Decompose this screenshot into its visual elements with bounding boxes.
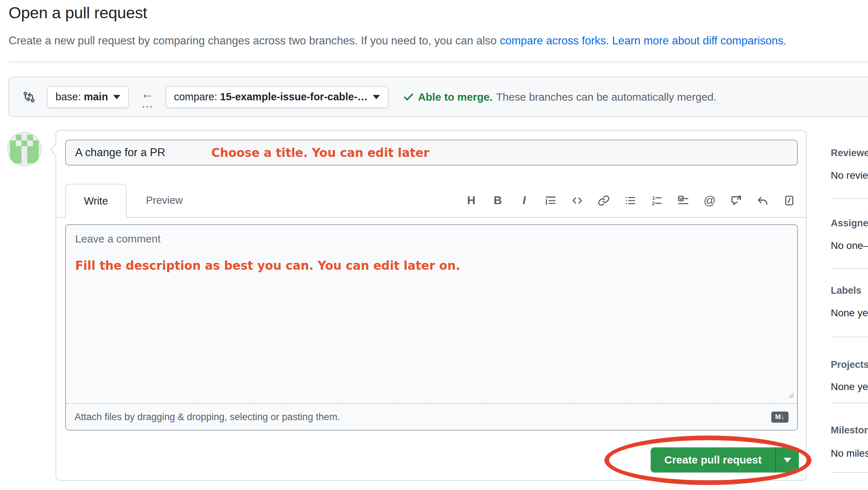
mention-icon[interactable]: @ [703,194,717,207]
compare-branch-dropdown[interactable]: compare:15-example-issue-for-cable-… [165,86,389,108]
italic-icon[interactable]: I [517,194,531,207]
sidebar-value-labels: None yet [831,307,868,319]
link-icon[interactable] [597,194,611,207]
chevron-down-icon [113,95,120,99]
sidebar-divider [831,268,868,269]
compare-branch-name: 15-example-issue-for-cable-… [220,91,368,103]
open-pull-request-page: Open a pull request Create a new pull re… [0,0,868,490]
merge-status-text: Able to merge. [418,91,492,103]
bold-icon[interactable]: B [491,194,505,207]
sidebar-divider [831,403,868,403]
sidebar-value-milestone: No milestone [831,448,868,459]
merge-status: Able to merge. These branches can be aut… [403,91,717,103]
slash-commands-icon[interactable] [782,194,796,207]
attach-hint-text: Attach files by dragging & dropping, sel… [74,412,340,423]
attach-files-area[interactable]: Attach files by dragging & dropping, sel… [66,404,797,430]
cross-reference-icon[interactable] [729,194,743,207]
create-pull-request-button[interactable]: Create pull request [651,447,775,472]
create-pull-request-split-button: Create pull request [651,447,799,472]
task-list-icon[interactable] [676,194,690,207]
sidebar-section-assignees[interactable]: Assignees [831,218,868,229]
sidebar-section-projects[interactable]: Projects [831,359,868,370]
heading-icon[interactable]: H [464,194,478,207]
sidebar-section-reviewers[interactable]: Reviewers [831,148,868,159]
reply-icon[interactable] [756,194,770,207]
subtitle-text: Create a new pull request by comparing c… [9,34,500,47]
header-divider [9,62,868,62]
pr-title-input[interactable] [65,140,798,165]
speech-caret [50,144,61,155]
sidebar-value-projects: None yet [831,381,868,393]
code-icon[interactable] [570,194,584,207]
comment-tabnav: Write Preview H B I 12 [56,184,806,218]
markdown-supported-icon[interactable]: M↓ [771,412,789,423]
compare-across-forks-link[interactable]: compare across forks. [500,34,609,47]
chevron-down-icon [373,95,380,99]
pr-sidebar: Reviewers No reviews Assignees No one—as… [831,0,868,490]
comment-editor: Fill the description as best you can. Yo… [65,224,798,431]
sidebar-divider [831,472,868,473]
sidebar-divider [831,198,868,199]
sidebar-divider [831,337,868,337]
tab-preview[interactable]: Preview [127,184,202,217]
pr-title-field-wrap: Choose a title. You can edit later [65,140,798,165]
ellipsis-icon: … [141,100,154,106]
resize-grip-icon[interactable] [787,391,795,400]
tab-write[interactable]: Write [65,184,127,218]
base-branch-name: main [84,91,108,103]
numbered-list-icon[interactable]: 12 [650,194,664,207]
page-subtitle: Create a new pull request by comparing c… [9,34,786,47]
svg-text:1: 1 [652,195,655,201]
branch-direction-indicator: ← … [140,88,155,106]
svg-text:2: 2 [652,201,655,206]
markdown-toolbar: H B I 12 [464,184,796,217]
learn-more-diff-link[interactable]: Learn more about diff comparisons. [609,34,787,47]
check-icon [403,91,414,103]
compare-label: compare: [174,91,217,103]
avatar [7,132,42,166]
sidebar-value-assignees: No one—assign yourself [831,240,868,251]
merge-status-detail: These branches can be automatically merg… [496,91,717,103]
sidebar-value-reviewers: No reviews [831,170,868,181]
create-options-dropdown[interactable] [775,447,799,472]
page-title: Open a pull request [9,4,147,22]
quote-icon[interactable] [544,194,558,207]
bulleted-list-icon[interactable] [623,194,637,207]
git-compare-icon [22,90,36,104]
sidebar-section-milestone[interactable]: Milestone [831,425,868,436]
base-label: base: [56,91,81,103]
branch-range-bar: base:main ← … compare:15-example-issue-f… [8,77,868,117]
chevron-down-icon [783,458,791,462]
identicon-image [10,135,39,163]
pr-form-card: Choose a title. You can edit later Write… [56,130,807,481]
comment-textarea[interactable] [66,225,797,402]
base-branch-dropdown[interactable]: base:main [47,86,129,108]
sidebar-section-labels[interactable]: Labels [831,285,862,296]
